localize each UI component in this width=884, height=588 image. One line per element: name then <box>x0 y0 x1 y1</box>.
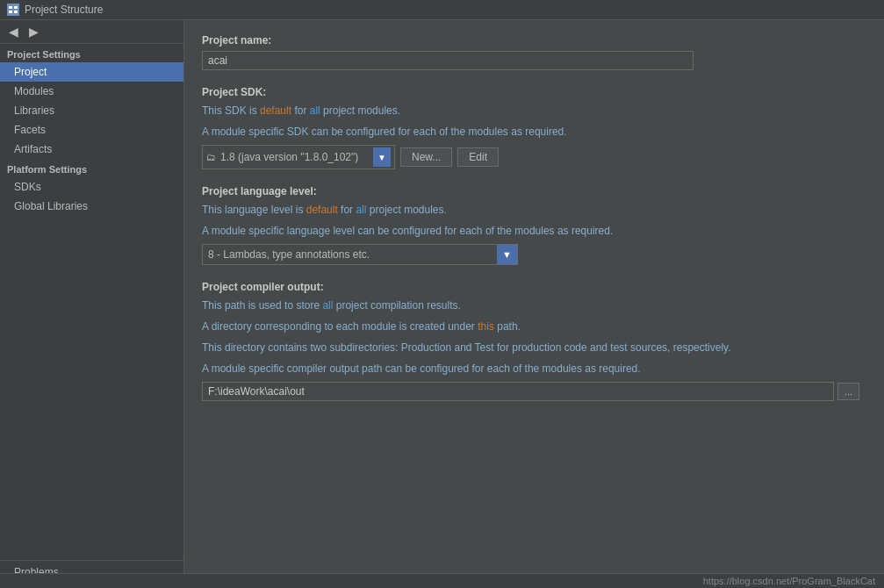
edit-sdk-button[interactable]: Edit <box>457 147 499 167</box>
sdk-default-highlight: default <box>260 104 291 117</box>
window-title: Project Structure <box>25 4 103 16</box>
sidebar-item-project[interactable]: Project <box>0 62 183 82</box>
sidebar-item-artifacts[interactable]: Artifacts <box>0 140 183 159</box>
back-button[interactable]: ◀ <box>5 24 22 39</box>
status-url: https://blog.csdn.net/ProGram_BlackCat <box>703 576 875 586</box>
platform-settings-label: Platform Settings <box>0 159 183 177</box>
compiler-desc4: A module specific compiler output path c… <box>202 361 866 376</box>
language-level-arrow-btn[interactable]: ▼ <box>497 245 517 264</box>
lang-default-highlight: default <box>306 204 338 216</box>
compiler-output-input[interactable] <box>202 382 834 401</box>
svg-rect-3 <box>9 11 12 13</box>
project-name-input[interactable] <box>202 51 694 70</box>
sdk-dropdown-value: 1.8 (java version "1.8.0_102") <box>220 151 358 163</box>
sidebar: ◀ ▶ Project Settings Project Modules Lib… <box>0 20 184 584</box>
svg-rect-4 <box>14 11 18 13</box>
app-icon <box>7 4 19 16</box>
sidebar-item-facets[interactable]: Facets <box>0 120 183 140</box>
language-level-dropdown[interactable]: 8 - Lambdas, type annotations etc. ▼ <box>202 244 518 265</box>
project-name-label: Project name: <box>202 34 866 47</box>
compiler-output-row: ... <box>202 382 866 401</box>
project-language-level-section: Project language level: This language le… <box>202 185 866 265</box>
lang-desc1: This language level is default for all p… <box>202 202 866 218</box>
compiler-all1-highlight: all <box>322 299 333 312</box>
content-area: Project name: Project SDK: This SDK is d… <box>184 20 884 584</box>
sidebar-item-sdks[interactable]: SDKs <box>0 177 183 197</box>
lang-desc2: A module specific language level can be … <box>202 223 866 239</box>
lang-all-highlight: all <box>356 204 366 216</box>
sidebar-toolbar: ◀ ▶ <box>0 20 183 44</box>
main-container: ◀ ▶ Project Settings Project Modules Lib… <box>0 20 884 584</box>
project-language-label: Project language level: <box>202 185 866 197</box>
sdk-row: 🗂 1.8 (java version "1.8.0_102") ▼ New..… <box>202 145 866 169</box>
project-sdk-label: Project SDK: <box>202 86 866 98</box>
svg-rect-0 <box>7 4 19 16</box>
compiler-desc2: A directory corresponding to each module… <box>202 319 866 334</box>
compiler-desc1: This path is used to store all project c… <box>202 298 866 313</box>
sdk-desc2: A module specific SDK can be configured … <box>202 124 866 140</box>
sidebar-item-libraries[interactable]: Libraries <box>0 101 183 120</box>
compiler-desc3: This directory contains two subdirectori… <box>202 340 866 355</box>
project-compiler-output-section: Project compiler output: This path is us… <box>202 281 866 401</box>
title-bar: Project Structure <box>0 0 884 20</box>
sidebar-item-global-libraries[interactable]: Global Libraries <box>0 197 183 216</box>
compiler-output-label: Project compiler output: <box>202 281 866 293</box>
project-settings-label: Project Settings <box>0 44 183 62</box>
sdk-dropdown[interactable]: 🗂 1.8 (java version "1.8.0_102") ▼ <box>202 145 395 169</box>
sdk-dropdown-icon: 🗂 <box>206 152 216 162</box>
new-sdk-button[interactable]: New... <box>400 147 452 167</box>
sidebar-item-modules[interactable]: Modules <box>0 82 183 101</box>
status-bar: https://blog.csdn.net/ProGram_BlackCat <box>0 573 884 588</box>
svg-rect-1 <box>9 6 12 9</box>
compiler-this-highlight: this <box>478 320 494 333</box>
language-level-value: 8 - Lambdas, type annotations etc. <box>203 246 497 263</box>
project-name-section: Project name: <box>202 34 866 70</box>
browse-output-button[interactable]: ... <box>837 383 859 400</box>
project-sdk-section: Project SDK: This SDK is default for all… <box>202 86 866 169</box>
forward-button[interactable]: ▶ <box>25 24 42 39</box>
sdk-desc1: This SDK is default for all project modu… <box>202 103 866 118</box>
sdk-all-highlight: all <box>310 104 320 117</box>
svg-rect-2 <box>14 6 18 9</box>
sdk-dropdown-arrow-btn[interactable]: ▼ <box>373 147 391 167</box>
